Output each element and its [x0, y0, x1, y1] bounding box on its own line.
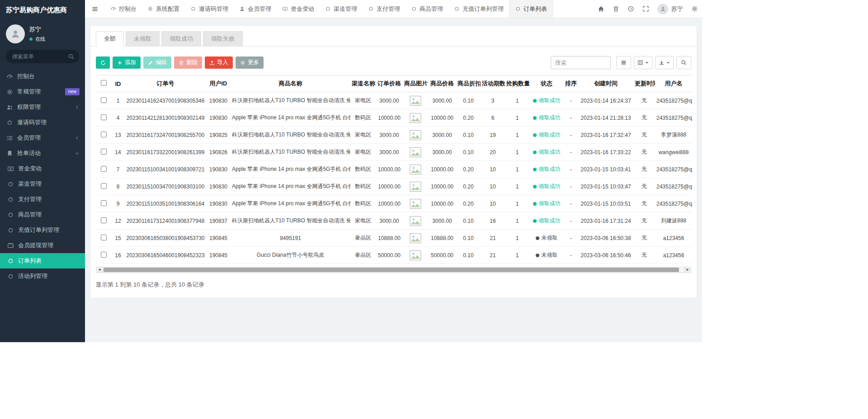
top-navbar: 控制台系统配置邀请码管理会员管理资金变动渠道管理支付管理商品管理充值订单列管理订…	[85, 0, 702, 18]
scroll-right-arrow[interactable]: ►	[684, 267, 691, 273]
topnav-tab-3[interactable]: 会员管理	[234, 0, 277, 18]
row-checkbox[interactable]	[101, 252, 107, 258]
toggle-view-button[interactable]	[616, 56, 631, 69]
topnav-tab-9[interactable]: 订单列表	[509, 0, 553, 18]
topnav-tab-1[interactable]: 系统配置	[142, 0, 185, 18]
filter-tab-1[interactable]: 未领取	[126, 31, 160, 46]
column-header-12[interactable]: 排序	[564, 75, 578, 92]
clear-cache-button[interactable]	[609, 0, 623, 18]
sidebar-item-9[interactable]: 商品管理	[0, 207, 85, 222]
sidebar-item-12[interactable]: 订单列表	[0, 253, 85, 268]
cell-period: 6	[481, 109, 505, 127]
filter-tab-0[interactable]: 全部	[96, 31, 124, 47]
topnav-tab-2[interactable]: 邀请码管理	[185, 0, 234, 18]
add-button[interactable]: 添加	[113, 56, 141, 69]
sidebar-item-label: 抢单活动	[17, 149, 41, 157]
row-checkbox[interactable]	[101, 166, 107, 172]
table-row: 920230115100351001908306164190830Apple 苹…	[96, 195, 692, 212]
scroll-left-arrow[interactable]: ◄	[96, 267, 103, 273]
column-header-8[interactable]: 商品折扣	[456, 75, 481, 92]
sidebar-item-1[interactable]: 常规管理new	[0, 84, 85, 99]
sidebar-item-label: 商品管理	[18, 211, 42, 219]
column-header-14[interactable]: 更新时间	[633, 75, 655, 92]
sidebar-item-4[interactable]: 会员管理	[0, 130, 85, 146]
sidebar-item-7[interactable]: 渠道管理	[0, 176, 85, 192]
cell-product-name: Apple 苹果 iPhone 14 pro max 全网通5G手机 白色 1T…	[231, 195, 350, 212]
fullscreen-icon	[642, 5, 649, 12]
edit-button[interactable]: 编辑	[143, 56, 171, 69]
column-header-11[interactable]: 状态	[529, 75, 564, 92]
topnav-tab-8[interactable]: 充值订单列管理	[448, 0, 509, 18]
home-button[interactable]	[594, 0, 609, 18]
column-header-4[interactable]: 渠道名称	[350, 75, 376, 92]
toolbar-right	[551, 56, 691, 69]
row-checkbox[interactable]	[101, 149, 107, 155]
users-icon	[6, 104, 13, 111]
column-header-1[interactable]: 订单号	[125, 75, 206, 92]
cell-order-price: 10000.00	[376, 178, 403, 195]
row-checkbox[interactable]	[101, 235, 107, 240]
column-header-10[interactable]: 抢购数量	[505, 75, 529, 92]
sidebar-item-8[interactable]: 支付管理	[0, 192, 85, 207]
row-checkbox[interactable]	[101, 97, 107, 103]
settings-button[interactable]	[687, 0, 702, 18]
columns-button[interactable]	[634, 56, 652, 69]
sidebar-toggle-button[interactable]	[85, 0, 105, 18]
scrollbar-thumb[interactable]	[104, 268, 679, 272]
cell-username: 243518275@qq.com	[655, 195, 692, 212]
navbar-user-menu[interactable]: 苏宁	[653, 0, 687, 18]
topnav-tab-6[interactable]: 支付管理	[363, 0, 406, 18]
table-row: 820230115100347001908303100190830Apple 苹…	[96, 178, 692, 195]
table-search-input[interactable]	[551, 56, 611, 69]
sidebar-item-2[interactable]: 权限管理	[0, 99, 85, 115]
filter-tab-3[interactable]: 领取失败	[203, 31, 243, 46]
column-header-2[interactable]: 用户ID	[206, 75, 231, 92]
topnav-tab-4[interactable]: 资金变动	[277, 0, 320, 18]
export-button[interactable]	[655, 56, 674, 69]
table-row: 420230114212813001908302149190830Apple 苹…	[96, 109, 692, 127]
avatar[interactable]	[6, 24, 25, 43]
topnav-tab-7[interactable]: 商品管理	[406, 0, 448, 18]
advanced-search-button[interactable]	[676, 56, 691, 69]
sidebar-item-0[interactable]: 控制台	[0, 69, 85, 84]
sidebar-item-10[interactable]: 充值订单列管理	[0, 222, 85, 238]
import-button[interactable]: 导入	[205, 56, 233, 69]
column-header-3[interactable]: 商品名称	[231, 75, 350, 92]
sidebar-item-3[interactable]: 邀请码管理	[0, 115, 85, 130]
row-checkbox[interactable]	[101, 114, 107, 120]
cell-product-price: 10000.00	[428, 195, 456, 212]
cell-order-price: 3000.00	[376, 92, 403, 109]
row-checkbox[interactable]	[101, 217, 107, 223]
cell-id: 13	[111, 127, 125, 144]
column-header-7[interactable]: 商品价格	[428, 75, 456, 92]
column-header-9[interactable]: 活动期数	[481, 75, 505, 92]
topnav-tab-5[interactable]: 渠道管理	[320, 0, 363, 18]
column-header-13[interactable]: 创建时间	[578, 75, 633, 92]
sidebar-item-5[interactable]: 抢单活动	[0, 146, 85, 161]
column-header-15[interactable]: 用户名	[655, 75, 692, 92]
sidebar-item-label: 充值订单列管理	[18, 226, 59, 234]
sidebar-item-11[interactable]: 会员提现管理	[0, 238, 85, 253]
history-button[interactable]	[623, 0, 638, 18]
row-checkbox[interactable]	[101, 200, 107, 206]
filter-tab-2[interactable]: 领取成功	[161, 31, 201, 46]
delete-button[interactable]: 删除	[174, 56, 202, 69]
sidebar-item-13[interactable]: 活动列管理	[0, 268, 85, 284]
tab-label: 渠道管理	[334, 5, 357, 13]
chevron-left-icon	[75, 136, 80, 141]
row-checkbox[interactable]	[101, 132, 107, 137]
cell-sort: -	[564, 230, 578, 247]
refresh-button[interactable]	[96, 56, 110, 69]
select-all-checkbox[interactable]	[101, 80, 107, 86]
column-header-0[interactable]: ID	[111, 75, 125, 92]
column-header-6[interactable]: 商品图片	[403, 75, 428, 92]
fullscreen-button[interactable]	[638, 0, 653, 18]
cell-select	[96, 212, 111, 230]
cell-discount: 0.20	[456, 109, 481, 127]
more-button[interactable]: 更多	[236, 56, 264, 69]
topnav-tab-0[interactable]: 控制台	[105, 0, 142, 18]
cell-product-price: 3000.00	[428, 144, 456, 161]
sidebar-item-6[interactable]: 资金变动	[0, 161, 85, 176]
row-checkbox[interactable]	[101, 183, 107, 189]
column-header-5[interactable]: 订单价格	[376, 75, 403, 92]
